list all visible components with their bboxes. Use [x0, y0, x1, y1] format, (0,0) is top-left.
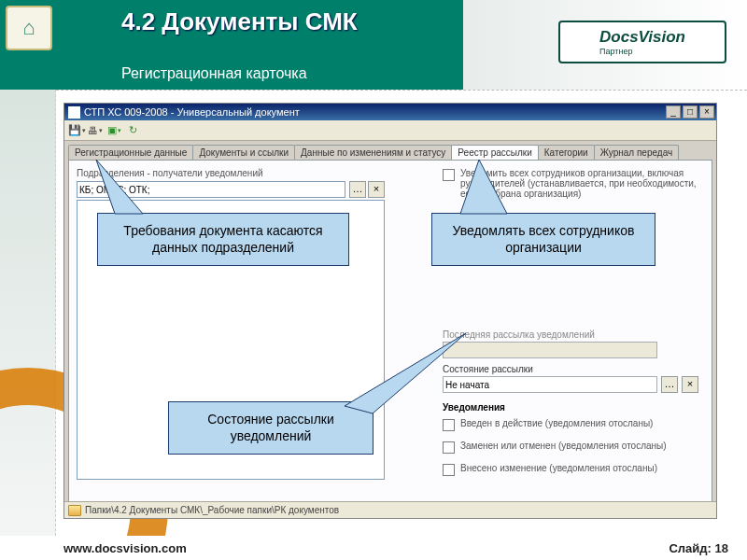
notif1-label: Введен в действие (уведомления отосланы) — [460, 418, 653, 428]
window-title: СТП ХС 009-2008 - Универсальный документ — [84, 106, 300, 118]
maximize-button[interactable]: □ — [683, 105, 698, 119]
document-icon — [68, 106, 80, 119]
notif1-checkbox[interactable] — [443, 419, 455, 431]
tab-documents[interactable]: Документы и ссылки — [192, 145, 295, 160]
lookup-button[interactable]: … — [349, 181, 366, 198]
save-button[interactable]: 💾▾ — [68, 122, 85, 139]
minimize-button[interactable]: _ — [666, 105, 681, 119]
state-lookup-button[interactable]: … — [661, 376, 678, 393]
section-subtitle: Регистрационная карточка — [121, 65, 307, 82]
window-titlebar[interactable]: СТП ХС 009-2008 - Универсальный документ… — [64, 104, 716, 120]
notifications-header: Уведомления — [443, 402, 704, 413]
section-title: 4.2 Документы СМК — [121, 7, 358, 36]
svg-marker-1 — [460, 160, 507, 214]
state-label: Состояние рассылки — [443, 364, 704, 374]
notif2-label: Заменен или отменен (уведомления отослан… — [460, 441, 667, 451]
last-send-label: Последняя рассылка уведомлений — [443, 329, 704, 340]
close-button[interactable]: × — [699, 105, 714, 119]
new-button[interactable]: ▣▾ — [106, 122, 122, 139]
footer-slide-number: Слайд: 18 — [669, 541, 728, 555]
state-input[interactable] — [443, 376, 657, 393]
status-bar: Папки\4.2 Документы СМК\_Рабочие папки\Р… — [64, 501, 716, 518]
footer-url: www.docsvision.com — [63, 541, 187, 555]
svg-marker-2 — [345, 333, 466, 413]
last-send-input — [443, 342, 657, 358]
callout-notify-all: Уведомлять всех сотрудников организации — [431, 213, 655, 266]
tab-categories[interactable]: Категории — [538, 145, 595, 160]
clear-button[interactable]: × — [368, 181, 385, 198]
header-divider — [0, 90, 747, 91]
logo-text: DocsVision — [599, 28, 685, 46]
tab-registration[interactable]: Регистрационные данные — [68, 145, 193, 160]
refresh-button[interactable]: ↻ — [124, 122, 141, 139]
toolbar: 💾▾ 🖶▾ ▣▾ ↻ — [64, 120, 716, 141]
tab-changes[interactable]: Данные по изменениям и статусу — [294, 145, 452, 160]
callout-pointer-icon — [451, 160, 516, 214]
tab-distribution[interactable]: Реестр рассылки — [451, 145, 538, 160]
slide-header: ⌂ 4.2 Документы СМК Регистрационная карт… — [0, 0, 747, 90]
sidebar-decoration — [0, 90, 56, 536]
notif3-checkbox[interactable] — [443, 464, 455, 476]
app-window: СТП ХС 009-2008 - Универсальный документ… — [63, 103, 717, 519]
path-text: Папки\4.2 Документы СМК\_Рабочие папки\Р… — [85, 505, 339, 515]
notif3-label: Внесено изменение (уведомления отосланы) — [460, 463, 657, 473]
callout-pointer-icon — [87, 160, 152, 214]
company-logo-icon: ⌂ — [6, 6, 52, 50]
print-button[interactable]: 🖶▾ — [87, 122, 104, 139]
notif2-checkbox[interactable] — [443, 441, 455, 454]
logo-subtext: Партнер — [599, 47, 685, 56]
state-clear-button[interactable]: × — [682, 376, 698, 393]
docsvision-logo: DocsVision Партнер — [558, 21, 726, 63]
slide-footer: www.docsvision.com Слайд: 18 — [0, 536, 747, 560]
callout-state: Состояние рассылки уведомлений — [168, 401, 374, 455]
callout-departments: Требования документа касаются данных под… — [97, 213, 349, 266]
svg-marker-0 — [96, 160, 143, 214]
callout-pointer-icon — [345, 333, 466, 417]
folder-icon — [68, 505, 81, 516]
tab-journal[interactable]: Журнал передач — [594, 145, 680, 160]
tabstrip: Регистрационные данные Документы и ссылк… — [64, 141, 716, 160]
